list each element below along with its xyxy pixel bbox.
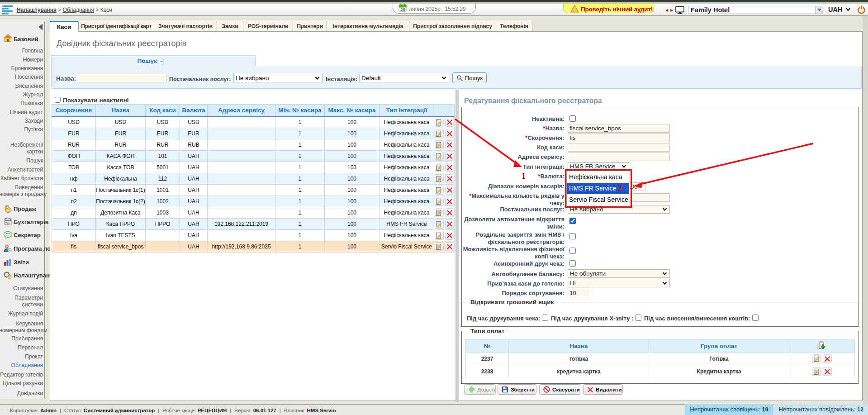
- svg-text:28: 28: [400, 7, 405, 12]
